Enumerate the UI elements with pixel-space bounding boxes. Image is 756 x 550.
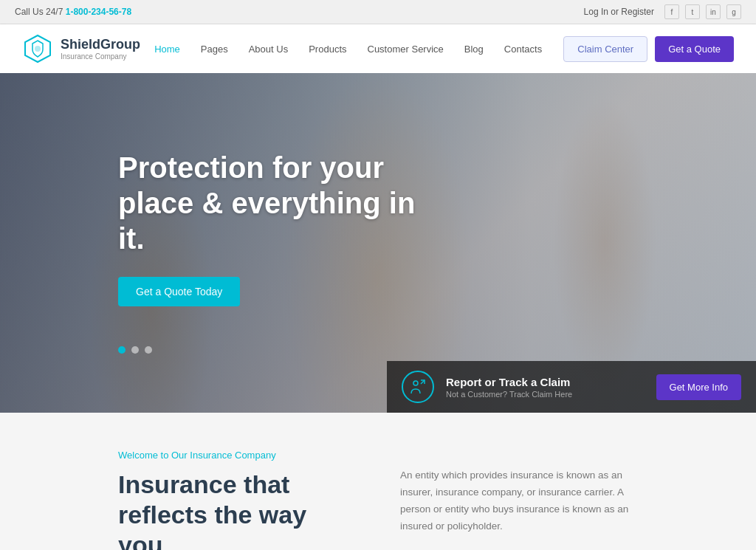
get-quote-button[interactable]: Get a Quote: [655, 36, 734, 62]
hero-cta-button[interactable]: Get a Quote Today: [118, 277, 240, 306]
twitter-icon[interactable]: t: [685, 4, 700, 19]
nav-contacts[interactable]: Contacts: [495, 38, 551, 61]
nav-products[interactable]: Products: [300, 38, 355, 61]
nav-home[interactable]: Home: [145, 38, 189, 61]
section-description: An entity which provides insurance is kn…: [400, 467, 638, 535]
top-bar: Call Us 24/7 1-800-234-56-78 Log In or R…: [0, 0, 756, 24]
section-right: An entity which provides insurance is kn…: [400, 450, 638, 550]
main-nav: Home Pages About Us Products Customer Se…: [145, 38, 551, 61]
logo-icon: [22, 33, 53, 64]
nav-pages[interactable]: Pages: [192, 38, 237, 61]
svg-point-1: [35, 46, 41, 52]
brand-name: ShieldGroup: [61, 37, 140, 52]
claim-center-button[interactable]: Claim Center: [563, 36, 647, 62]
nav-blog[interactable]: Blog: [456, 38, 492, 61]
heading-line2: reflects the way you: [118, 501, 306, 550]
social-icons: f t in g: [664, 4, 741, 19]
logo-text: ShieldGroup Insurance Company: [61, 37, 140, 61]
get-more-info-button[interactable]: Get More Info: [656, 374, 741, 400]
dot-1[interactable]: [118, 346, 126, 354]
claim-icon: [402, 371, 434, 403]
google-icon[interactable]: g: [726, 4, 741, 19]
facebook-icon[interactable]: f: [664, 4, 679, 19]
dot-3[interactable]: [145, 346, 152, 354]
top-bar-right: Log In or Register f t in g: [584, 4, 741, 19]
login-link[interactable]: Log In or Register: [584, 7, 654, 17]
hero-content: Protection for your place & everything i…: [118, 150, 428, 306]
nav-buttons: Claim Center Get a Quote: [563, 36, 734, 62]
linkedin-icon[interactable]: in: [706, 4, 721, 19]
header: ShieldGroup Insurance Company Home Pages…: [0, 24, 756, 73]
nav-about[interactable]: About Us: [240, 38, 297, 61]
phone-number[interactable]: 1-800-234-56-78: [66, 7, 131, 17]
hero-dots: [118, 346, 152, 354]
section-heading: Insurance that reflects the way you: [118, 470, 356, 550]
dot-2[interactable]: [131, 346, 139, 354]
call-label: Call Us 24/7: [15, 7, 63, 17]
heading-line1: Insurance that: [118, 470, 289, 498]
hero-section: Protection for your place & everything i…: [0, 73, 756, 413]
section-welcome: Welcome to Our Insurance Company: [118, 450, 356, 461]
claim-bar: Report or Track a Claim Not a Customer? …: [387, 361, 756, 413]
nav-customer-service[interactable]: Customer Service: [359, 38, 453, 61]
claim-title: Report or Track a Claim: [446, 376, 645, 388]
phone-info: Call Us 24/7 1-800-234-56-78: [15, 7, 131, 17]
svg-point-2: [413, 381, 418, 385]
section-left: Welcome to Our Insurance Company Insuran…: [118, 450, 356, 550]
below-hero-section: Welcome to Our Insurance Company Insuran…: [0, 413, 756, 550]
hero-title: Protection for your place & everything i…: [118, 150, 428, 256]
logo: ShieldGroup Insurance Company: [22, 33, 140, 64]
brand-sub: Insurance Company: [61, 52, 140, 61]
claim-sub: Not a Customer? Track Claim Here: [446, 390, 645, 399]
claim-text: Report or Track a Claim Not a Customer? …: [446, 376, 645, 399]
